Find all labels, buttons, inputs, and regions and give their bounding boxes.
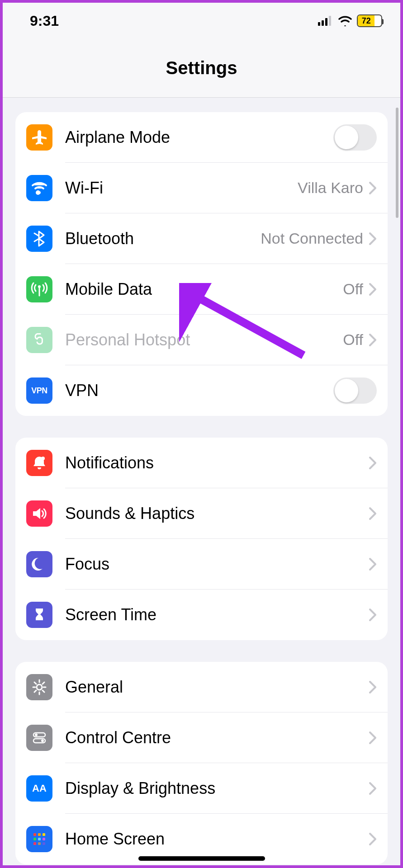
svg-rect-3 — [329, 16, 331, 26]
svg-point-9 — [35, 734, 38, 736]
svg-rect-2 — [325, 18, 327, 26]
cellular-icon — [318, 16, 333, 26]
aa-icon: AA — [26, 775, 52, 802]
chevron-right-icon — [369, 507, 377, 520]
settings-group-connectivity: Airplane Mode Wi-Fi Villa Karo Bluetooth… — [15, 112, 388, 416]
svg-rect-18 — [33, 842, 36, 845]
svg-rect-14 — [43, 833, 45, 836]
link-icon — [26, 327, 52, 353]
row-display-brightness[interactable]: AA Display & Brightness — [15, 763, 388, 814]
row-vpn[interactable]: VPN VPN — [15, 365, 388, 416]
chevron-right-icon — [369, 232, 377, 245]
settings-group-general: General Control Centre AA Display & Brig… — [15, 662, 388, 864]
moon-icon — [26, 551, 52, 577]
row-sounds[interactable]: Sounds & Haptics — [15, 488, 388, 539]
chevron-right-icon — [369, 181, 377, 195]
svg-rect-12 — [33, 833, 36, 836]
nav-title: Settings — [3, 39, 400, 98]
chevron-right-icon — [369, 333, 377, 347]
row-personal-hotspot[interactable]: Personal Hotspot Off — [15, 315, 388, 365]
row-general[interactable]: General — [15, 662, 388, 712]
row-label: Screen Time — [65, 605, 369, 624]
chevron-right-icon — [369, 680, 377, 694]
row-value: Off — [343, 280, 369, 298]
row-value: Off — [343, 331, 369, 349]
row-focus[interactable]: Focus — [15, 539, 388, 590]
chevron-right-icon — [369, 608, 377, 622]
svg-point-7 — [37, 684, 42, 690]
gear-icon — [26, 674, 52, 700]
airplane-icon — [26, 124, 52, 151]
svg-point-4 — [38, 191, 41, 194]
status-indicators: 72 — [318, 14, 382, 27]
svg-rect-13 — [38, 833, 41, 836]
row-label: Bluetooth — [65, 229, 261, 248]
battery-level: 72 — [358, 15, 375, 26]
row-label: Control Centre — [65, 728, 369, 747]
battery-icon: 72 — [357, 14, 382, 27]
antenna-icon — [26, 276, 52, 302]
row-screen-time[interactable]: Screen Time — [15, 590, 388, 640]
hourglass-icon — [26, 602, 52, 628]
row-label: VPN — [65, 381, 333, 400]
vpn-toggle[interactable] — [333, 377, 377, 404]
svg-rect-0 — [318, 22, 320, 26]
status-time: 9:31 — [30, 13, 59, 29]
svg-point-11 — [41, 740, 44, 742]
svg-rect-1 — [322, 20, 324, 26]
row-label: Personal Hotspot — [65, 330, 343, 349]
switches-icon — [26, 725, 52, 751]
grid-icon — [26, 826, 52, 852]
row-label: General — [65, 678, 369, 697]
chevron-right-icon — [369, 832, 377, 846]
row-label: Sounds & Haptics — [65, 504, 369, 523]
speaker-icon — [26, 500, 52, 527]
row-value: Villa Karo — [298, 179, 369, 197]
row-wifi[interactable]: Wi-Fi Villa Karo — [15, 163, 388, 213]
row-label: Mobile Data — [65, 280, 343, 299]
row-notifications[interactable]: Notifications — [15, 438, 388, 488]
svg-rect-16 — [38, 838, 41, 840]
row-label: Notifications — [65, 453, 369, 472]
row-bluetooth[interactable]: Bluetooth Not Connected — [15, 213, 388, 264]
chevron-right-icon — [369, 456, 377, 470]
row-airplane-mode[interactable]: Airplane Mode — [15, 112, 388, 163]
home-indicator[interactable] — [138, 856, 265, 861]
svg-rect-19 — [38, 842, 41, 845]
settings-group-notifications: Notifications Sounds & Haptics Focus — [15, 438, 388, 640]
row-control-centre[interactable]: Control Centre — [15, 712, 388, 763]
chevron-right-icon — [369, 731, 377, 745]
scroll-indicator[interactable] — [396, 108, 398, 218]
svg-point-6 — [41, 457, 45, 460]
svg-rect-15 — [33, 838, 36, 840]
settings-content: Airplane Mode Wi-Fi Villa Karo Bluetooth… — [3, 112, 400, 864]
row-value: Not Connected — [261, 230, 369, 247]
row-label: Home Screen — [65, 830, 369, 849]
row-label: Wi-Fi — [65, 179, 298, 198]
bluetooth-icon — [26, 226, 52, 252]
row-label: Display & Brightness — [65, 779, 369, 798]
svg-rect-20 — [43, 842, 45, 845]
row-label: Focus — [65, 555, 369, 574]
chevron-right-icon — [369, 283, 377, 296]
chevron-right-icon — [369, 782, 377, 795]
row-label: Airplane Mode — [65, 128, 333, 147]
chevron-right-icon — [369, 557, 377, 571]
status-bar: 9:31 72 — [3, 3, 400, 39]
vpn-icon: VPN — [26, 377, 52, 404]
svg-point-5 — [38, 285, 41, 288]
wifi-icon — [26, 175, 52, 201]
svg-rect-17 — [43, 838, 45, 840]
wifi-status-icon — [338, 15, 352, 26]
row-mobile-data[interactable]: Mobile Data Off — [15, 264, 388, 315]
airplane-toggle[interactable] — [333, 124, 377, 151]
bell-icon — [26, 450, 52, 476]
